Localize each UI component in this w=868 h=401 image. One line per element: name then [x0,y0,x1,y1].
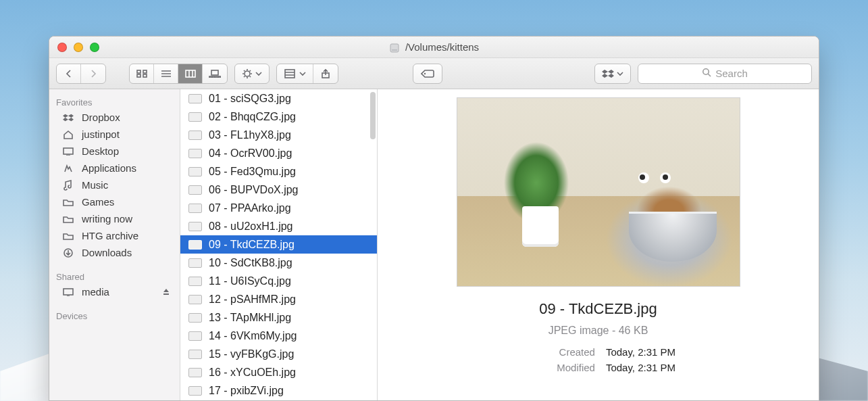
file-column: 01 - sciSQG3.jpg02 - BhqqCZG.jpg03 - FL1… [180,89,378,400]
arrange-button[interactable] [277,64,313,83]
file-row[interactable]: 01 - sciSQG3.jpg [180,89,377,108]
sidebar-item-writing[interactable]: writing now [49,210,180,227]
file-name: 10 - SdCtKB8.jpg [209,257,292,269]
file-row[interactable]: 15 - vyFBKgG.jpg [180,345,377,363]
zoom-window-button[interactable] [90,43,99,52]
folder-icon [61,215,75,223]
music-icon [61,180,75,191]
preview-metadata: Created Today, 2:31 PM Modified Today, 2… [521,346,675,373]
svg-point-15 [424,72,426,74]
file-row[interactable]: 02 - BhqqCZG.jpg [180,108,377,126]
svg-rect-19 [63,289,73,295]
file-row[interactable]: 06 - BUPVDoX.jpg [180,181,377,199]
finder-window: /Volumes/kittens [49,36,819,401]
scrollbar-thumb[interactable] [370,92,376,139]
file-name: 02 - BhqqCZG.jpg [209,111,296,123]
file-name: 16 - xYCuOEh.jpg [209,367,296,379]
minimize-window-button[interactable] [74,43,83,52]
sidebar-item-label: Applications [82,162,136,174]
file-row[interactable]: 14 - 6VKm6My.jpg [180,327,377,345]
file-thumbnail-icon [188,204,202,213]
file-row[interactable]: 04 - OcrRV00.jpg [180,144,377,162]
action-menu-button[interactable] [234,64,270,84]
svg-rect-10 [215,76,218,78]
file-row[interactable]: 10 - SdCtKB8.jpg [180,254,377,272]
file-name: 13 - TApMkHl.jpg [209,312,291,324]
preview-created-val: Today, 2:31 PM [606,346,675,358]
file-thumbnail-icon [188,295,202,304]
file-row[interactable]: 17 - pxibZVi.jpg [180,381,377,400]
sidebar-item-label: Downloads [82,247,132,258]
file-thumbnail-icon [188,386,202,396]
preview-pane: 09 - TkdCEZB.jpg JPEG image - 46 KB Crea… [378,89,819,400]
arrange-icon [284,69,295,78]
sidebar-item-label: Desktop [82,145,119,157]
sidebar-item-games[interactable]: Games [49,193,180,210]
file-row[interactable]: 07 - PPAArko.jpg [180,199,377,217]
view-list[interactable] [154,64,178,83]
search-field[interactable]: Search [638,64,812,84]
dropbox-toolbar-button[interactable] [594,64,631,84]
file-name: 01 - sciSQG3.jpg [209,93,291,105]
file-thumbnail-icon [188,185,202,195]
tag-icon [421,69,434,78]
gear-icon [242,68,253,79]
sidebar-item-music[interactable]: Music [49,176,180,193]
forward-button[interactable] [81,64,105,83]
file-name: 17 - pxibZVi.jpg [209,385,284,397]
preview-modified-key: Modified [521,362,595,373]
sidebar-item-media[interactable]: media [49,283,180,300]
share-icon [321,68,330,79]
file-name: 03 - FL1hyX8.jpg [209,129,291,141]
file-thumbnail-icon [188,149,202,158]
eject-icon[interactable] [162,286,170,298]
file-row[interactable]: 11 - U6ISyCq.jpg [180,272,377,290]
sidebar-item-applications[interactable]: Applications [49,160,180,176]
sidebar-item-dropbox[interactable]: Dropbox [49,109,180,126]
view-icon-grid[interactable] [130,64,154,83]
view-gallery[interactable] [203,64,227,83]
sidebar-item-label: media [82,286,109,298]
sidebar-section-favorites: Favorites [49,93,180,109]
applications-icon [61,164,75,173]
volume-icon [389,41,400,53]
svg-rect-7 [211,70,218,75]
sidebar-item-htg[interactable]: HTG archive [49,227,180,244]
file-name: 04 - OcrRV00.jpg [209,147,292,160]
back-button[interactable] [57,64,81,83]
file-row[interactable]: 12 - pSAHfMR.jpg [180,290,377,308]
sidebar-item-label: Music [82,179,108,191]
preview-filename: 09 - TkdCEZB.jpg [539,300,657,318]
share-button[interactable] [313,64,338,83]
folder-icon [61,232,75,240]
file-thumbnail-icon [188,131,202,140]
file-row[interactable]: 05 - Fed3Qmu.jpg [180,162,377,181]
tags-button[interactable] [413,64,442,84]
file-row[interactable]: 16 - xYCuOEh.jpg [180,363,377,381]
svg-rect-11 [219,76,221,78]
svg-rect-2 [137,70,141,73]
sidebar-item-label: Games [82,196,114,208]
sidebar-item-downloads[interactable]: Downloads [49,244,180,261]
chevron-down-icon [255,71,262,76]
view-mode-segment [129,64,228,84]
chevron-down-icon [299,71,306,76]
file-row[interactable]: 03 - FL1hyX8.jpg [180,126,377,144]
sidebar-item-label: HTG archive [82,230,138,241]
sidebar-item-desktop[interactable]: Desktop [49,143,180,160]
svg-rect-5 [143,74,147,77]
file-row[interactable]: 08 - uU2oxH1.jpg [180,217,377,235]
file-row[interactable]: 13 - TApMkHl.jpg [180,308,377,327]
file-row[interactable]: 09 - TkdCEZB.jpg [180,235,377,254]
close-window-button[interactable] [57,43,67,52]
view-columns[interactable] [178,64,203,83]
svg-rect-9 [213,76,215,78]
sidebar-item-home[interactable]: justinpot [49,126,180,143]
file-name: 14 - 6VKm6My.jpg [209,330,297,342]
file-name: 06 - BUPVDoX.jpg [209,184,299,196]
svg-rect-4 [137,74,141,77]
file-thumbnail-icon [188,313,202,323]
downloads-icon [61,248,75,258]
nav-back-forward [56,64,106,84]
window-body: Favorites Dropbox justinpot Desktop Appl… [49,89,819,400]
